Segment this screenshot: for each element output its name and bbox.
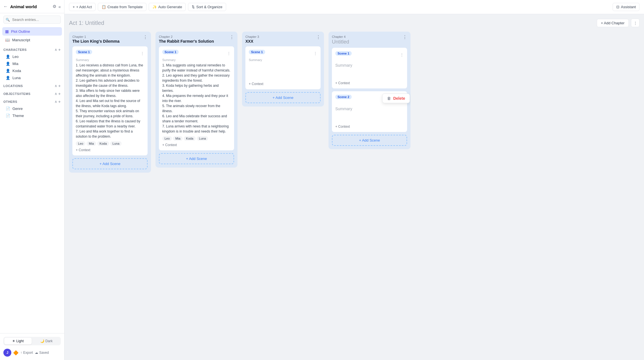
- section-label-characters: CHARACTERS: [3, 48, 27, 51]
- add-location-button[interactable]: +: [58, 84, 61, 88]
- section-label-objects: OBJECTS/ITEMS: [3, 92, 31, 96]
- toggle-others[interactable]: ∧: [55, 100, 57, 104]
- template-icon: 📋: [101, 5, 106, 9]
- scene-3-1-more-button[interactable]: ⋮: [314, 51, 317, 55]
- character-list: 👤 Leo 👤 Mia 👤 Koda 👤 Luna: [0, 53, 64, 81]
- chapters-container: Chapter 1 The Lion King's Dilemma ⋮ Scen…: [69, 32, 639, 355]
- chapter-1-scene-1-card: Scene 1 ⋮ Summary 1. Leo receives a dist…: [72, 46, 148, 155]
- scene-4-1-context-link[interactable]: + Context: [335, 81, 404, 85]
- act-more-button[interactable]: ⋮: [631, 19, 639, 27]
- others-item-genre[interactable]: 📄 Genre: [0, 105, 64, 112]
- chapter-3-scene-1-card: Scene 1 ⋮ Summary + Context: [245, 46, 321, 89]
- add-chapter-button[interactable]: + Add Chapter: [597, 19, 629, 27]
- scene-1-character-tags: Leo Mia Koda Luna: [76, 141, 144, 146]
- character-item-luna[interactable]: 👤 Luna: [0, 74, 64, 81]
- chapter-2-scene-1-card: Scene 1 ⋮ Summary 1. Mia suggests using …: [159, 46, 234, 150]
- chapter-1-add-scene-button[interactable]: + Add Scene: [72, 158, 148, 169]
- char-tag-mia: Mia: [87, 141, 96, 146]
- theme-toggle: ☀ Light 🌙 Dark: [3, 337, 61, 345]
- char-tag-leo: Leo: [162, 136, 172, 141]
- sidebar: ← Animal world ⚙ « 🔍 ▦ Plot Outline 📖 Ma…: [0, 0, 64, 360]
- settings-icon[interactable]: ⚙: [53, 4, 56, 9]
- chapter-1-more-button[interactable]: ⋮: [143, 34, 148, 40]
- sidebar-item-manuscript[interactable]: 📖 Manuscript: [2, 36, 62, 44]
- collapse-icon[interactable]: «: [59, 4, 61, 9]
- light-theme-button[interactable]: ☀ Light: [4, 338, 32, 344]
- character-item-leo[interactable]: 👤 Leo: [0, 53, 64, 60]
- section-header-others: OTHERS ∧ +: [0, 97, 64, 105]
- grid-icon: ▦: [5, 29, 9, 34]
- add-other-button[interactable]: +: [58, 99, 61, 104]
- sort-organize-button[interactable]: ⇅ Sort & Organize: [188, 3, 226, 11]
- chapter-1-number: Chapter 1: [72, 35, 120, 38]
- act-title: Act 1: Untitled: [69, 20, 104, 26]
- assistant-button[interactable]: ⊡ Assistant: [613, 3, 639, 11]
- scene-3-1-context-link[interactable]: + Context: [249, 82, 317, 86]
- chapter-3-add-scene-button[interactable]: + Add Scene: [245, 92, 321, 103]
- gem-icon: 🔶: [13, 350, 19, 355]
- scene-2-1-context-link[interactable]: + Context: [162, 143, 231, 147]
- character-item-koda[interactable]: 👤 Koda: [0, 67, 64, 74]
- add-object-button[interactable]: +: [58, 92, 61, 96]
- chapter-1-header: Chapter 1 The Lion King's Dilemma ⋮: [72, 35, 148, 44]
- add-act-button[interactable]: + + Add Act: [69, 3, 96, 11]
- section-header-objects: OBJECTS/ITEMS ∧ +: [0, 89, 64, 97]
- person-icon: 👤: [6, 69, 10, 73]
- search-input[interactable]: [3, 16, 61, 24]
- others-item-theme[interactable]: 📄 Theme: [0, 112, 64, 119]
- scene-2-1-badge: Scene 1: [162, 50, 179, 54]
- chapter-3-more-button[interactable]: ⋮: [316, 34, 321, 40]
- scene-1-badge: Scene 1: [76, 50, 92, 54]
- scene-4-2-badge: Scene 2: [335, 95, 352, 99]
- scene-1-header: Scene 1 ⋮: [76, 50, 144, 57]
- chapter-4-number: Chapter 4: [332, 35, 349, 38]
- scene-2-1-more-button[interactable]: ⋮: [227, 51, 231, 55]
- trash-icon: 🗑: [387, 96, 391, 101]
- others-label-theme: Theme: [12, 114, 24, 118]
- sidebar-bottom: ☀ Light 🌙 Dark J 🔶 ↑ Export ☁ Saved: [0, 333, 64, 360]
- delete-button[interactable]: Delete: [393, 96, 405, 101]
- content-area: Act 1: Untitled + Add Chapter ⋮ Chapter …: [64, 14, 644, 360]
- auto-generate-button[interactable]: ✨ Auto Generate: [149, 3, 186, 11]
- chapter-4-add-scene-button[interactable]: + Add Scene: [332, 135, 407, 146]
- chapter-2-more-button[interactable]: ⋮: [230, 34, 234, 40]
- chapter-2-add-scene-button[interactable]: + Add Scene: [159, 153, 234, 164]
- scene-4-1-summary-placeholder: Summary: [335, 63, 352, 68]
- char-tag-luna: Luna: [197, 136, 208, 141]
- scene-3-1-badge: Scene 1: [249, 50, 265, 54]
- character-item-mia[interactable]: 👤 Mia: [0, 60, 64, 67]
- assistant-icon: ⊡: [616, 5, 619, 9]
- sidebar-item-plot-outline[interactable]: ▦ Plot Outline: [2, 27, 62, 36]
- export-button[interactable]: ↑ Export: [20, 351, 33, 355]
- scene-1-context-link[interactable]: + Context: [76, 148, 144, 152]
- document-icon: 📄: [6, 107, 10, 111]
- scene-4-2-summary-area: Summary: [335, 103, 404, 122]
- character-name-koda: Koda: [12, 69, 21, 73]
- scene-2-1-summary-text: 1. Mia suggests using natural remedies t…: [162, 63, 231, 134]
- add-character-button[interactable]: +: [58, 47, 61, 52]
- scene-4-1-badge: Scene 1: [335, 51, 352, 56]
- scene-4-1-more-button[interactable]: ⋮: [400, 53, 404, 57]
- scene-1-summary-label: Summary: [76, 58, 144, 62]
- chapter-4-more-button[interactable]: ⋮: [403, 34, 407, 40]
- nav-items: ▦ Plot Outline 📖 Manuscript: [0, 26, 64, 45]
- chapter-1-name: The Lion King's Dilemma: [72, 39, 120, 44]
- scene-4-2-context-link[interactable]: + Context: [335, 125, 404, 129]
- toggle-locations[interactable]: ∧: [55, 84, 57, 88]
- scene-2-1-character-tags: Leo Mia Koda Luna: [162, 136, 231, 141]
- act-header: Act 1: Untitled + Add Chapter ⋮: [69, 19, 639, 27]
- create-template-button[interactable]: 📋 Create from Template: [98, 3, 146, 11]
- chapter-4-scene-1-card: Scene 1 ⋮ Summary + Context: [332, 48, 407, 88]
- dark-theme-button[interactable]: 🌙 Dark: [33, 338, 60, 344]
- section-label-others: OTHERS: [3, 100, 17, 103]
- scene-1-more-button[interactable]: ⋮: [141, 51, 144, 55]
- scene-4-1-header: Scene 1 ⋮: [335, 51, 404, 58]
- toggle-objects[interactable]: ∧: [55, 92, 57, 96]
- person-icon: 👤: [6, 55, 10, 59]
- person-icon: 👤: [6, 62, 10, 66]
- back-icon[interactable]: ←: [3, 4, 8, 9]
- toggle-characters[interactable]: ∧: [55, 48, 57, 52]
- chapter-4-column: Chapter 4 Untitled ⋮ Scene 1 ⋮ Summary +…: [329, 32, 410, 149]
- nav-label-manuscript: Manuscript: [12, 38, 30, 42]
- chapter-3-name: XXX: [245, 39, 259, 44]
